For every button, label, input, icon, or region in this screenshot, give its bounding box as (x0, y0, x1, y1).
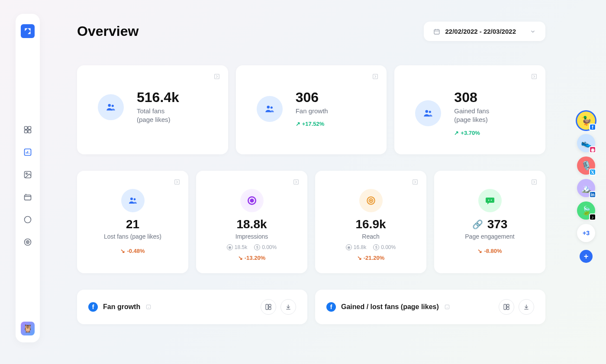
date-range-text: 22/02/2022 - 22/03/2022 (445, 28, 516, 35)
svg-rect-41 (507, 304, 509, 307)
card-total-fans: 516.4k Total fans (page likes) (77, 65, 228, 154)
card-lost-fans: 21 Lost fans (page likes) ↘ -0.48% (77, 171, 188, 273)
svg-point-33 (488, 199, 489, 200)
expand-icon[interactable] (412, 179, 419, 185)
svg-rect-3 (28, 130, 31, 133)
svg-rect-40 (504, 304, 506, 310)
main-content: Overview 22/02/2022 - 22/03/2022 516.4k … (77, 22, 545, 324)
accounts-more[interactable]: +3 (577, 224, 595, 242)
nav-podcast[interactable] (23, 237, 33, 247)
stat-value: 516.4k (137, 90, 179, 104)
stat-delta: ↘ -8.80% (477, 248, 502, 254)
svg-rect-19 (532, 74, 537, 79)
stat-label: Gained fans (page likes) (454, 107, 489, 125)
arrow-down-icon: ↘ (357, 255, 362, 261)
expand-icon[interactable] (174, 179, 181, 185)
account-bubble[interactable]: 👟 ◉ (577, 134, 595, 152)
info-icon[interactable] (444, 304, 450, 310)
page-header: Overview 22/02/2022 - 22/03/2022 (77, 22, 545, 41)
card-page-engagement: 🔗 373 Page engagement ↘ -8.80% (434, 171, 545, 273)
svg-rect-37 (269, 304, 271, 307)
stat-label: Impressions (235, 233, 268, 240)
expand-icon[interactable] (293, 179, 300, 185)
arrow-up-icon: ↗ (454, 130, 459, 136)
page-title: Overview (77, 23, 139, 39)
facebook-icon: f (88, 302, 98, 312)
download-button[interactable] (280, 299, 296, 315)
svg-point-27 (250, 199, 253, 202)
card-fan-growth: 306 Fan growth ↗ +17.52% (236, 65, 387, 154)
expand-icon[interactable] (531, 73, 538, 80)
arrow-down-icon: ↘ (238, 255, 243, 261)
network-badge-icon: ♪ (589, 214, 596, 220)
stat-delta: ↗ +3.70% (454, 130, 489, 136)
nav-comments[interactable] (23, 214, 33, 225)
chart-card-gained-lost: f Gained / lost fans (page likes) (315, 290, 545, 324)
svg-point-18 (270, 106, 272, 109)
nav-wallet[interactable] (23, 192, 33, 202)
app-logo[interactable] (21, 24, 35, 38)
arrow-up-icon: ↗ (296, 121, 300, 127)
stats-row-bottom: 21 Lost fans (page likes) ↘ -0.48% 18.8k… (77, 171, 545, 273)
info-icon[interactable] (145, 304, 152, 310)
users-icon (121, 189, 145, 212)
svg-rect-13 (214, 74, 219, 79)
stats-row-top: 516.4k Total fans (page likes) 306 Fan g… (77, 65, 545, 154)
arrow-down-icon: ↘ (120, 248, 125, 254)
date-range-picker[interactable]: 22/02/2022 - 22/03/2022 (424, 22, 545, 41)
account-bubble[interactable]: 🏔️ in (577, 179, 595, 197)
chart-card-fan-growth: f Fan growth (77, 290, 307, 324)
svg-point-21 (429, 111, 431, 113)
user-avatar[interactable]: 🦉 (21, 322, 35, 335)
stat-delta: ↗ +17.52% (296, 121, 328, 127)
account-bubble[interactable]: 🎙️ 𝕏 (577, 156, 595, 175)
target-icon (359, 189, 383, 212)
expand-icon[interactable] (213, 73, 220, 80)
svg-rect-25 (294, 179, 299, 184)
network-badge-icon: f (589, 124, 596, 131)
stat-label: Page engagement (465, 233, 514, 240)
svg-rect-42 (507, 307, 509, 309)
expand-icon[interactable] (372, 73, 379, 80)
svg-rect-7 (25, 195, 31, 200)
users-icon (98, 94, 124, 120)
svg-rect-36 (266, 304, 268, 310)
accounts-rail: 🦆 f👟 ◉🎙️ 𝕏🏔️ in🍃 ♪+3+ (576, 112, 596, 263)
paid-icon: $ (254, 244, 260, 250)
card-reach: 16.9k Reach ◉16.8k $0.00% ↘ -21.20% (315, 171, 426, 273)
facebook-icon: f (326, 302, 336, 312)
stat-value: 21 (126, 218, 139, 230)
charts-row: f Fan growth f Gained / lost fans (page … (77, 290, 545, 324)
svg-point-15 (112, 105, 114, 107)
nav-list (23, 125, 33, 247)
network-badge-icon: in (589, 191, 596, 198)
svg-point-31 (370, 200, 371, 201)
stat-value: 18.8k (236, 218, 267, 230)
stat-delta: ↘ -13.20% (238, 255, 265, 261)
expand-icon[interactable] (531, 179, 538, 185)
svg-rect-12 (434, 29, 439, 34)
stat-value: 306 (296, 90, 328, 104)
stat-value: 308 (454, 90, 489, 104)
nav-media[interactable] (23, 169, 33, 180)
svg-point-6 (26, 173, 27, 174)
svg-point-14 (108, 104, 111, 107)
add-account-button[interactable]: + (580, 250, 593, 263)
account-bubble[interactable]: 🦆 f (577, 112, 595, 130)
chart-title: Gained / lost fans (page likes) (341, 303, 439, 311)
view-toggle-button[interactable] (499, 299, 514, 315)
nav-analytics[interactable] (23, 147, 33, 157)
card-impressions: 18.8k Impressions ◉18.5k $0.00% ↘ -13.20… (196, 171, 307, 273)
svg-rect-1 (28, 127, 31, 130)
stat-value: 16.9k (355, 218, 386, 230)
paid-icon: $ (373, 244, 379, 250)
eye-icon (240, 189, 264, 212)
link-icon: 🔗 (472, 219, 483, 230)
download-button[interactable] (519, 299, 534, 315)
view-toggle-button[interactable] (261, 299, 276, 315)
svg-point-17 (267, 105, 270, 109)
account-bubble[interactable]: 🍃 ♪ (577, 201, 595, 220)
nav-dashboard[interactable] (23, 125, 33, 135)
stat-label: Total fans (page likes) (137, 107, 179, 125)
stat-label: Fan growth (296, 107, 328, 115)
